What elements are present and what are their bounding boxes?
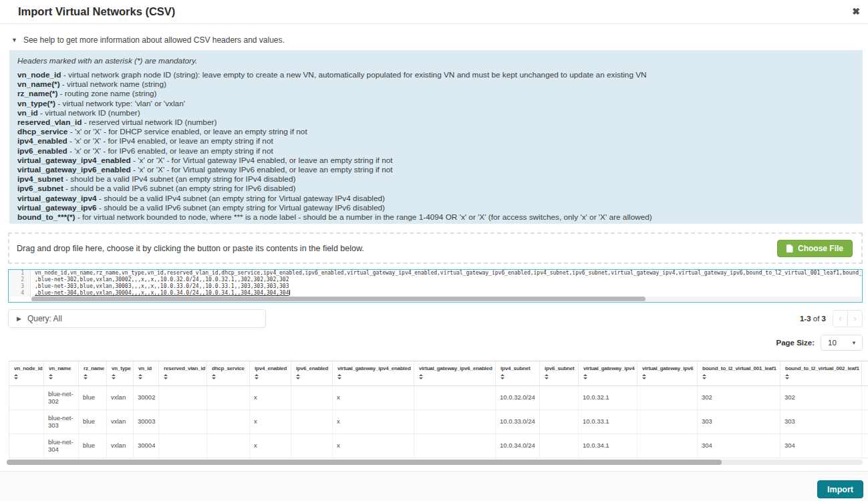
table-scrollbar-thumb[interactable]: [7, 460, 722, 465]
csv-header-desc: - should be a valid IPv6 subnet (an empt…: [63, 184, 296, 193]
table-horizontal-scrollbar[interactable]: [7, 460, 863, 465]
sort-icon[interactable]: [419, 374, 423, 379]
sort-asc-icon: [785, 374, 789, 376]
choose-file-button[interactable]: Choose File: [777, 240, 853, 257]
csv-header-description: rz_name(*) - routing zone name (string): [17, 89, 855, 98]
cell-bound-to-l2-virtual-001-leaf1: 304: [698, 434, 780, 458]
column-header[interactable]: rz_name: [79, 361, 107, 385]
cell-ipv6-subnet: [540, 386, 579, 409]
csv-editor[interactable]: 1 vn_node_id,vn_name,rz_name,vn_type,vn_…: [8, 269, 863, 303]
page-size-label: Page Size:: [776, 339, 815, 347]
csv-header-description: vn_type(*) - virtual network type: 'vlan…: [17, 99, 855, 108]
column-header[interactable]: virtual_gateway_ipv4: [579, 361, 637, 385]
csv-header-desc: - should be a valid IPv4 subnet (an empt…: [63, 174, 296, 184]
column-header[interactable]: [862, 361, 868, 385]
file-icon: [786, 244, 793, 253]
cell-virtual-gateway-ipv4: 10.0.32.1: [579, 386, 637, 409]
sort-asc-icon: [583, 374, 587, 376]
sort-icon[interactable]: [138, 374, 142, 379]
sort-icon[interactable]: [112, 374, 116, 379]
column-header[interactable]: reserved_vlan_id: [159, 361, 207, 385]
table-row: blue-net-304 blue vxlan 30004 x x 10.0.3…: [9, 434, 868, 458]
csv-header-description: virtual_gateway_ipv4 - should be a valid…: [17, 194, 855, 203]
csv-header-term: vn_node_id: [17, 70, 61, 79]
caret-down-icon: ▼: [851, 340, 857, 346]
prev-page-button[interactable]: ‹: [833, 310, 848, 327]
column-header[interactable]: ipv4_enabled: [250, 361, 291, 385]
sort-icon[interactable]: [164, 374, 168, 379]
sort-asc-icon: [419, 374, 423, 376]
editor-line: 2 ,blue-net-302,blue,vxlan,30002,,,x,,x,…: [9, 277, 862, 283]
editor-line-text-content: ,blue-net-304,blue,vxlan,30004,,,x,,x,,1…: [35, 290, 289, 296]
sort-asc-icon: [545, 374, 549, 376]
sort-desc-icon: [14, 377, 18, 379]
cell-virtual-gateway-ipv6-enabled: [414, 434, 496, 458]
sort-icon[interactable]: [785, 374, 789, 379]
sort-icon[interactable]: [642, 374, 646, 379]
editor-horizontal-scrollbar[interactable]: [31, 297, 861, 301]
sort-asc-icon: [642, 374, 646, 376]
cell-virtual-gateway-ipv6: [637, 410, 698, 434]
cell-virtual-gateway-ipv6: [637, 434, 698, 458]
sort-icon[interactable]: [500, 374, 504, 379]
editor-scrollbar-thumb[interactable]: [31, 297, 645, 301]
column-header[interactable]: ipv6_subnet: [540, 361, 579, 385]
sort-icon[interactable]: [702, 374, 706, 379]
sort-desc-icon: [212, 377, 216, 379]
cell-virtual-gateway-ipv6: [637, 386, 698, 409]
column-header-label: vn_id: [138, 365, 152, 371]
cell-bound-to-l2-virtual-001-leaf1: 303: [698, 410, 780, 434]
sort-icon[interactable]: [255, 374, 259, 379]
column-header[interactable]: bound_to_l2_virtual_002_leaf1: [780, 361, 862, 385]
csv-header-desc: - reserved virtual network ID (number): [82, 118, 216, 127]
file-dropzone[interactable]: Drag and drop file here, choose it by cl…: [8, 232, 863, 264]
column-header-label: ipv4_enabled: [255, 365, 287, 371]
column-header[interactable]: virtual_gateway_ipv6_enabled: [414, 361, 496, 385]
column-header[interactable]: vn_type: [107, 361, 134, 385]
column-header[interactable]: dhcp_service: [207, 361, 250, 385]
query-toggle[interactable]: ▶ Query: All: [8, 309, 266, 328]
sort-icon[interactable]: [583, 374, 587, 379]
sort-icon[interactable]: [545, 374, 549, 379]
cell-ipv4-enabled: x: [250, 410, 291, 434]
column-header[interactable]: bound_to_l2_virtual_001_leaf1: [698, 361, 780, 385]
column-header[interactable]: vn_name: [44, 361, 79, 385]
cell-vn-type: vxlan: [107, 434, 134, 458]
page-size-select[interactable]: 10 ▼: [821, 335, 863, 351]
sort-icon[interactable]: [49, 374, 53, 379]
column-header-label: ipv6_subnet: [545, 365, 574, 371]
close-icon[interactable]: ✖: [852, 5, 860, 17]
sort-icon[interactable]: [84, 374, 88, 379]
column-header[interactable]: virtual_gateway_ipv4_enabled: [333, 361, 414, 385]
csv-header-term: ipv6_enabled: [17, 146, 67, 156]
sort-asc-icon: [500, 374, 504, 376]
column-header[interactable]: virtual_gateway_ipv6: [637, 361, 698, 385]
sort-icon[interactable]: [212, 374, 216, 379]
dialog-footer: Import: [0, 471, 868, 501]
cell-virtual-gateway-ipv6-enabled: [414, 410, 496, 434]
column-header[interactable]: vn_node_id: [9, 361, 44, 385]
column-header[interactable]: ipv6_enabled: [291, 361, 333, 385]
sort-desc-icon: [419, 377, 423, 379]
csv-header-term: ipv4_enabled: [17, 136, 67, 146]
csv-header-description: vn_id - virtual network ID (number): [17, 108, 855, 118]
cell-vn-id: 30002: [134, 386, 159, 409]
editor-line-active: 4 ,blue-net-304,blue,vxlan,30004,,,x,,x,…: [9, 290, 862, 297]
editor-line: 1 vn_node_id,vn_name,rz_name,vn_type,vn_…: [9, 270, 862, 277]
sort-desc-icon: [138, 377, 142, 379]
import-button[interactable]: Import: [817, 480, 863, 498]
sort-icon[interactable]: [337, 374, 341, 379]
sort-icon[interactable]: [296, 374, 300, 379]
line-number: 1: [9, 270, 31, 277]
cell-vn-node-id: [9, 386, 44, 409]
sort-desc-icon: [545, 377, 549, 379]
help-toggle[interactable]: ▼ See help to get more information about…: [11, 35, 285, 45]
column-header[interactable]: ipv4_subnet: [496, 361, 540, 385]
sort-icon[interactable]: [14, 374, 18, 379]
sort-asc-icon: [49, 374, 53, 376]
table-body: blue-net-302 blue vxlan 30002 x x 10.0.3…: [9, 386, 868, 458]
column-header[interactable]: vn_id: [134, 361, 159, 385]
csv-header-desc: - virtual network name (string): [60, 79, 166, 89]
next-page-button[interactable]: ›: [847, 310, 863, 327]
cell-rz-name: blue: [79, 386, 107, 409]
